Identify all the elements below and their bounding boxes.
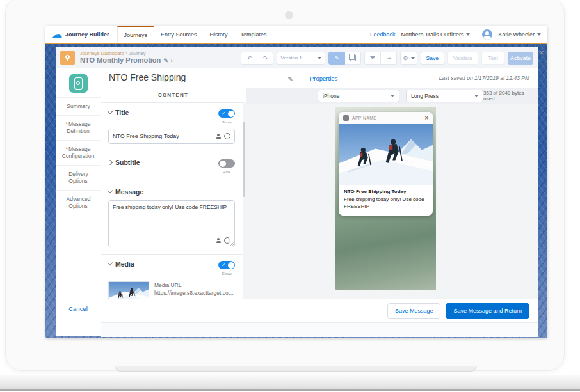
bytes-used-text: 353 of 2048 bytes used <box>483 90 531 102</box>
notification-title: NTO Free Shipping Today <box>344 189 428 194</box>
notification-image <box>339 124 433 185</box>
sidebar-item-delivery-options[interactable]: Delivery Options <box>56 165 101 190</box>
laptop-screen: ☁ Journey Builder Journeys Entry Sources… <box>5 0 565 371</box>
chevron-down-icon <box>391 95 394 99</box>
properties-link[interactable]: Properties <box>310 75 337 82</box>
laptop-mockup: ☁ Journey Builder Journeys Entry Sources… <box>0 0 580 392</box>
sidebar-item-advanced-options[interactable]: Advanced Options <box>56 190 101 215</box>
chevron-down-icon <box>108 260 113 265</box>
message-header: NTO Free Shipping ✎ Properties Last save… <box>101 68 538 88</box>
funnel-icon <box>370 56 375 62</box>
notification-body: Free shipping today only! Use code FREES… <box>344 196 428 210</box>
media-url-value: https://image.s8.exacttarget.com/lib/f..… <box>154 289 235 297</box>
user-menu[interactable]: Katie Wheeler <box>498 31 541 38</box>
salesforce-cloud-icon: ☁ <box>52 29 62 40</box>
sidebar-item-message-configuration[interactable]: *Message Configuration <box>56 140 101 165</box>
message-editor-modal: Journeys Dashboard › Journey NTO Monthly… <box>56 47 538 336</box>
title-section-toggle-header[interactable]: Title <box>108 109 129 116</box>
divider <box>476 29 476 39</box>
title-show-toggle[interactable] <box>218 109 235 118</box>
redo-button[interactable]: ↷ <box>257 52 273 65</box>
media-url-label: Media URL <box>154 281 235 289</box>
chevron-down-icon <box>537 33 541 38</box>
message-name: NTO Free Shipping <box>109 72 186 82</box>
notification-app-name: APP NAME <box>352 116 376 120</box>
toggle-state-label: Show <box>218 120 235 124</box>
laptop-hinge <box>115 366 477 372</box>
exit-criteria-button[interactable]: ⇥ <box>381 52 397 65</box>
tab-templates[interactable]: Templates <box>234 26 273 43</box>
chevron-down-icon <box>108 188 113 193</box>
tab-entry-sources[interactable]: Entry Sources <box>154 26 204 43</box>
scrollbar-thumb[interactable] <box>243 122 245 197</box>
settings-button[interactable]: ⚙ <box>400 52 417 65</box>
message-textarea[interactable]: Free shipping today only! Use code FREES… <box>108 200 235 247</box>
toggle-state-label: Hide <box>218 170 235 174</box>
subtitle-section: Subtitle Hide <box>101 152 243 182</box>
journey-title: NTO Monthly Promotion <box>80 56 161 65</box>
redo-icon: ↷ <box>263 55 268 61</box>
filter-button[interactable] <box>364 52 381 65</box>
subtitle-section-toggle-header[interactable]: Subtitle <box>108 159 140 166</box>
undo-button[interactable]: ↶ <box>241 52 257 65</box>
user-avatar-icon[interactable] <box>482 29 492 40</box>
personalization-icon[interactable] <box>216 134 221 139</box>
copy-button[interactable] <box>345 52 361 65</box>
clock-icon[interactable] <box>224 133 230 139</box>
journey-builder-window: ☁ Journey Builder Journeys Entry Sources… <box>45 26 547 338</box>
media-thumbnail <box>108 281 149 299</box>
device-dropdown[interactable]: iPhone <box>318 90 399 102</box>
edit-pencil-icon[interactable]: ✎ <box>163 58 168 65</box>
toggle-state-label: Show <box>218 272 235 276</box>
test-button[interactable]: Test <box>481 52 504 65</box>
media-section: Media Show <box>101 255 243 299</box>
copy-icon <box>350 55 356 61</box>
message-section: Message Free shipping today only! Use co… <box>101 182 243 255</box>
gesture-dropdown[interactable]: Long Press <box>406 90 483 102</box>
edit-mode-button[interactable]: ✎ <box>328 52 345 65</box>
cancel-link[interactable]: Cancel <box>56 305 101 312</box>
footer-bottom-strip <box>101 322 538 337</box>
message-section-toggle-header[interactable]: Message <box>108 188 143 196</box>
editor-sidebar: Summary *Message Definition *Message Con… <box>56 68 101 336</box>
save-message-button[interactable]: Save Message <box>387 303 441 319</box>
app-logo: ☁ Journey Builder <box>45 26 117 43</box>
save-journey-button[interactable]: Save <box>421 52 444 65</box>
tab-history[interactable]: History <box>204 26 234 43</box>
version-dropdown[interactable]: Version 1 <box>277 52 325 65</box>
resize-handle[interactable] <box>230 242 234 246</box>
title-input[interactable]: NTO Free Shipping Today <box>108 129 235 144</box>
sidebar-item-message-definition[interactable]: *Message Definition <box>56 115 101 140</box>
preview-controls: iPhone Long Press 353 of 2048 bytes used <box>246 88 538 104</box>
app-icon <box>343 115 349 121</box>
app-name: Journey Builder <box>65 31 109 38</box>
org-selector[interactable]: Northern Trails Outfitters <box>401 31 470 38</box>
activate-button[interactable]: Activate <box>508 52 533 65</box>
hikers-image <box>339 124 433 185</box>
top-nav: ☁ Journey Builder Journeys Entry Sources… <box>45 26 547 44</box>
gear-icon: ⚙ <box>403 55 408 61</box>
chevron-down-icon <box>318 57 321 61</box>
close-icon[interactable]: × <box>537 49 546 58</box>
validate-button[interactable]: Validate <box>447 52 478 65</box>
media-show-toggle[interactable] <box>218 261 235 269</box>
edit-pencil-icon[interactable]: ✎ <box>288 75 293 82</box>
feedback-link[interactable]: Feedback <box>370 31 396 38</box>
breadcrumb-link[interactable]: Journeys Dashboard <box>80 51 124 56</box>
laptop-base <box>0 375 580 391</box>
phone-preview: APP NAME × <box>335 107 436 290</box>
notification-close-icon[interactable]: × <box>424 115 428 122</box>
chevron-right-icon[interactable]: › <box>171 58 173 65</box>
content-panel-header: CONTENT <box>101 88 246 103</box>
chevron-down-icon <box>466 33 470 38</box>
personalization-icon[interactable] <box>216 238 221 243</box>
subtitle-show-toggle[interactable] <box>218 159 235 168</box>
tab-journeys[interactable]: Journeys <box>117 26 155 43</box>
sidebar-item-summary[interactable]: Summary <box>56 97 101 115</box>
message-name-field[interactable]: NTO Free Shipping ✎ <box>109 72 293 84</box>
title-section: Title Show NTO Free Shipping Today <box>101 103 243 152</box>
journey-subheader: Journeys Dashboard › Journey NTO Monthly… <box>56 47 538 69</box>
media-section-toggle-header[interactable]: Media <box>108 260 134 268</box>
chevron-right-icon <box>108 160 113 165</box>
save-message-and-return-button[interactable]: Save Message and Return <box>446 303 529 319</box>
